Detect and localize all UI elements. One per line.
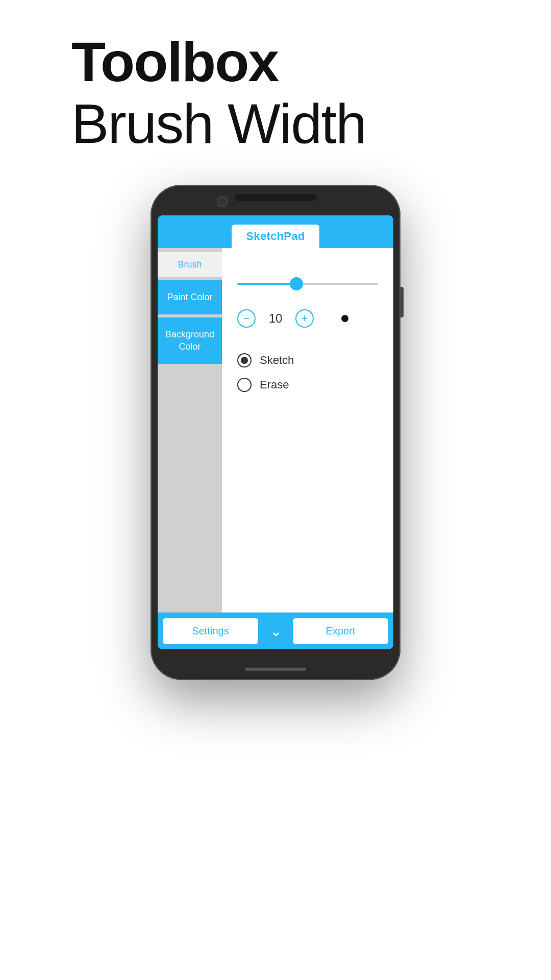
brush-preview-dot: [341, 315, 348, 322]
phone-home-indicator: [245, 668, 306, 671]
chevron-down-icon: ⌄: [270, 623, 282, 640]
mode-radio-group: Sketch Erase: [237, 348, 378, 392]
minus-icon: −: [243, 313, 250, 324]
phone-wrapper: SketchPad Brush Paint Color Background C…: [0, 169, 551, 680]
brush-controls: − 10 +: [222, 248, 393, 407]
stepper-value: 10: [268, 311, 283, 326]
slider-track-container[interactable]: [237, 279, 378, 289]
phone-volume-button: [400, 287, 404, 317]
settings-button[interactable]: Settings: [163, 618, 258, 644]
sidebar-item-paint-color[interactable]: Paint Color: [158, 280, 222, 314]
screen-body: Brush Paint Color Background Color: [158, 248, 393, 612]
slider-track-filled: [237, 283, 296, 285]
page-header: Toolbox Brush Width: [0, 0, 551, 169]
bottom-bar: Settings ⌄ Export: [158, 612, 393, 649]
radio-outer-erase: [237, 378, 252, 392]
radio-inner-sketch: [241, 357, 248, 364]
page-title-light: Brush Width: [71, 92, 551, 154]
sidebar-item-brush[interactable]: Brush: [158, 252, 222, 277]
slider-track: [237, 283, 378, 285]
phone-screen: SketchPad Brush Paint Color Background C…: [158, 215, 393, 649]
phone-camera: [217, 196, 228, 207]
sidebar: Brush Paint Color Background Color: [158, 248, 222, 612]
stepper-increment-button[interactable]: +: [295, 309, 314, 328]
app-bar-title: SketchPad: [232, 225, 319, 248]
phone-shell: SketchPad Brush Paint Color Background C…: [151, 185, 400, 680]
export-button[interactable]: Export: [293, 618, 388, 644]
phone-top-bar: [235, 194, 316, 201]
page-title-bold: Toolbox: [71, 31, 551, 92]
radio-outer-sketch: [237, 353, 252, 368]
stepper-row: − 10 +: [237, 309, 378, 328]
stepper-decrement-button[interactable]: −: [237, 309, 256, 328]
radio-label-erase: Erase: [260, 378, 289, 391]
radio-label-sketch: Sketch: [260, 354, 294, 367]
radio-item-erase[interactable]: Erase: [237, 378, 378, 392]
slider-thumb[interactable]: [290, 277, 303, 290]
sidebar-item-background-color[interactable]: Background Color: [158, 317, 222, 364]
plus-icon: +: [302, 313, 308, 324]
app-bar: SketchPad: [158, 215, 393, 248]
main-panel: − 10 +: [222, 248, 393, 612]
radio-item-sketch[interactable]: Sketch: [237, 353, 378, 368]
brush-width-slider-row: [237, 279, 378, 289]
chevron-down-button[interactable]: ⌄: [262, 623, 289, 640]
